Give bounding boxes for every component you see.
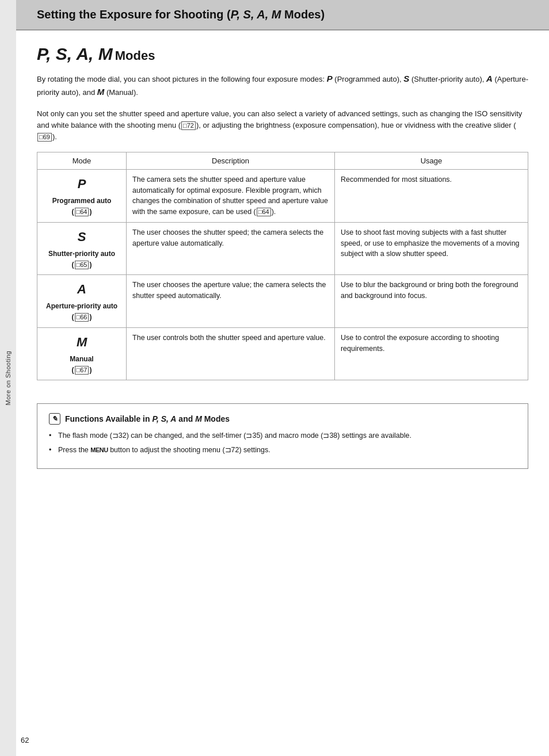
note-item-1: Press the MENU button to adjust the shoo… [49,445,516,456]
note-title: ✎ Functions Available in P, S, A and M M… [49,413,516,425]
note-icon: ✎ [49,413,60,425]
ref-69: □69 [37,133,52,142]
main-content: Setting the Exposure for Shooting (P, S,… [16,0,549,756]
mode-name-0: Programmed auto(□64) [52,197,112,216]
intro-paragraph-2: Not only can you set the shutter speed a… [37,108,528,143]
note-item-0: The flash mode (⊐32) can be changed, and… [49,430,516,441]
col-header-usage: Usage [334,152,528,169]
mode-letter-0: P [43,174,120,193]
usage-cell-0: Recommended for most situations. [334,169,528,222]
section-modes: P, S, A, M [37,44,113,64]
header-banner: Setting the Exposure for Shooting (P, S,… [16,0,549,30]
intro-paragraph-1: By rotating the mode dial, you can shoot… [37,72,528,99]
S-letter: S [403,74,409,83]
mode-cell-0: P Programmed auto(□64) [37,169,127,222]
page-title: Setting the Exposure for Shooting (P, S,… [37,8,528,21]
note-box: ✎ Functions Available in P, S, A and M M… [37,403,528,469]
P-letter: P [327,74,333,83]
col-header-description: Description [127,152,335,169]
mode-letter-3: M [43,333,120,352]
section-modes-label: Modes [115,48,155,63]
table-header-row: Mode Description Usage [37,152,528,169]
table-row: S Shutter-priority auto(□65)The user cho… [37,222,528,275]
sidebar: More on Shooting [0,0,16,756]
mode-name-2: Aperture-priority auto(□66) [46,302,117,321]
mode-letter-1: S [43,227,120,246]
section-title: P, S, A, M Modes [37,44,528,64]
col-header-mode: Mode [37,152,127,169]
M-letter: M [97,87,105,97]
note-list: The flash mode (⊐32) can be changed, and… [49,430,516,456]
table-row: M Manual(□67)The user controls both the … [37,327,528,380]
header-modes: P, S, A, M [231,8,281,21]
sidebar-label: More on Shooting [5,351,12,406]
mode-name-1: Shutter-priority auto(□65) [48,250,115,269]
mode-letter-2: A [43,280,120,299]
table-row: A Aperture-priority auto(□66)The user ch… [37,275,528,328]
usage-cell-3: Use to control the exposure according to… [334,327,528,380]
mode-cell-3: M Manual(□67) [37,327,127,380]
ref-72a: □72 [181,121,196,130]
note-title-text: Functions Available in P, S, A and M Mod… [65,414,230,423]
note-M: M [195,414,202,423]
table-row: P Programmed auto(□64)The camera sets th… [37,169,528,222]
note-modes: P, S, A [152,414,176,423]
modes-table: Mode Description Usage P Programmed auto… [37,152,528,381]
mode-name-3: Manual(□67) [70,355,93,374]
mode-cell-1: S Shutter-priority auto(□65) [37,222,127,275]
usage-cell-2: Use to blur the background or bring both… [334,275,528,328]
menu-label: MENU [90,446,108,453]
description-cell-0: The camera sets the shutter speed and ap… [127,169,335,222]
A-letter: A [486,74,493,83]
description-cell-1: The user chooses the shutter speed; the … [127,222,335,275]
description-cell-2: The user chooses the aperture value; the… [127,275,335,328]
mode-cell-2: A Aperture-priority auto(□66) [37,275,127,328]
usage-cell-1: Use to shoot fast moving subjects with a… [334,222,528,275]
description-cell-3: The user controls both the shutter speed… [127,327,335,380]
page-number: 62 [21,736,29,744]
